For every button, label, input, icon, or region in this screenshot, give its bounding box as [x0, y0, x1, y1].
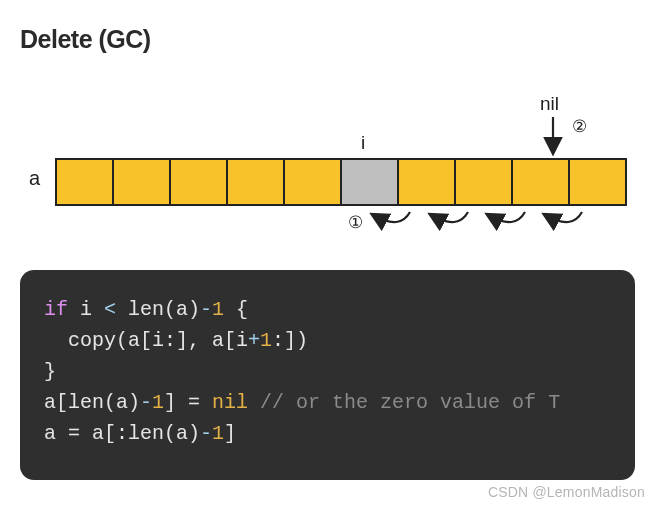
- code-token: {: [224, 298, 248, 321]
- page-title: Delete (GC): [20, 25, 655, 54]
- code-token: // or the zero value of T: [248, 391, 560, 414]
- code-token: (a[i:], a[i: [116, 329, 248, 352]
- code-token: a[len(a): [44, 391, 140, 414]
- code-token: nil: [212, 391, 248, 414]
- code-token: a = a[:len(a): [44, 422, 200, 445]
- code-token: copy: [68, 329, 116, 352]
- code-token: ] =: [164, 391, 212, 414]
- code-token: if: [44, 298, 68, 321]
- watermark: CSDN @LemonMadison: [488, 484, 645, 500]
- array-diagram: a i nil ② ①: [0, 90, 640, 250]
- code-block: if i < len(a)-1 { copy(a[i:], a[i+1:]) }…: [20, 270, 635, 480]
- step1-label: ①: [348, 213, 363, 232]
- code-token: <: [104, 298, 116, 321]
- step2-label: ②: [572, 117, 587, 136]
- code-token: 1: [212, 298, 224, 321]
- code-token: i: [68, 298, 104, 321]
- code-token: 1: [260, 329, 272, 352]
- code-token: +: [248, 329, 260, 352]
- diagram-arrows: ② ①: [0, 90, 640, 250]
- code-token: }: [44, 360, 56, 383]
- code-token: 1: [152, 391, 164, 414]
- code-token: ]: [224, 422, 236, 445]
- code-token: [44, 329, 68, 352]
- code-token: 1: [212, 422, 224, 445]
- code-token: -: [200, 298, 212, 321]
- code-token: len(a): [116, 298, 200, 321]
- code-token: :]): [272, 329, 308, 352]
- code-token: -: [140, 391, 152, 414]
- code-token: -: [200, 422, 212, 445]
